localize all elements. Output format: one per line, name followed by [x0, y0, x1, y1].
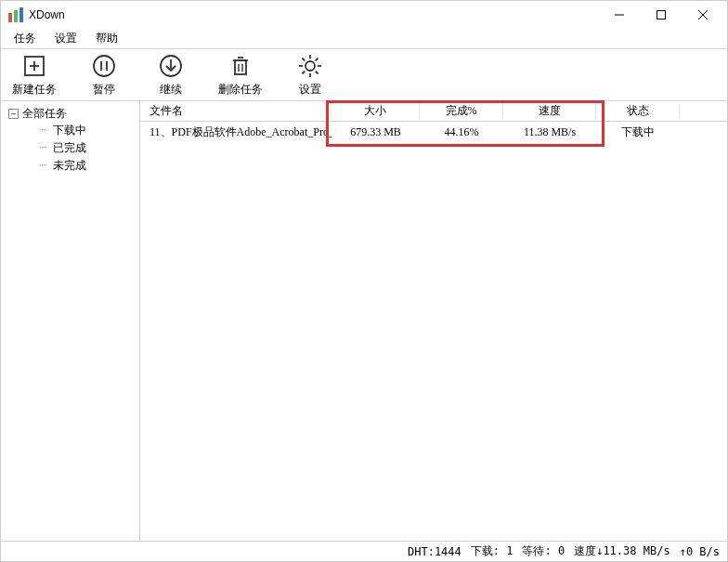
status-downloading: 下载: 1: [471, 543, 514, 559]
status-dht: DHT:1444: [408, 545, 462, 558]
cell-filename: 11、PDF极品软件Adobe_Acrobat_Pro_...: [146, 124, 332, 140]
tree-node-downloading[interactable]: ┈ 下载中: [34, 122, 137, 139]
settings-button[interactable]: 设置: [287, 50, 333, 99]
gear-icon: [296, 52, 324, 80]
svg-point-10: [94, 56, 114, 76]
delete-task-button[interactable]: 删除任务: [214, 50, 266, 99]
sidebar: −全部任务 ┈ 下载中 ┈ 已完成 ┈ 未完成: [1, 101, 140, 541]
svg-rect-1: [14, 10, 18, 22]
svg-line-26: [316, 72, 318, 74]
svg-rect-15: [235, 60, 246, 74]
menu-help[interactable]: 帮助: [86, 29, 127, 48]
resume-icon: [157, 52, 185, 80]
svg-line-25: [303, 59, 306, 61]
cell-size: 679.33 MB: [332, 125, 420, 139]
svg-rect-0: [8, 13, 12, 22]
app-icon: [8, 7, 23, 22]
menubar: 任务 设置 帮助: [1, 29, 727, 49]
minimize-button[interactable]: [598, 2, 640, 28]
pause-label: 暂停: [93, 82, 115, 98]
th-speed[interactable]: 速度: [503, 103, 596, 119]
svg-line-27: [316, 59, 318, 61]
status-up-speed: 0 B/s: [686, 545, 720, 558]
resume-label: 继续: [160, 82, 182, 98]
cell-speed: 11.38 MB/s: [503, 125, 596, 139]
tree-collapse-icon[interactable]: −: [8, 109, 19, 119]
svg-line-28: [303, 72, 306, 74]
new-task-button[interactable]: 新建任务: [8, 50, 60, 99]
window-controls: [598, 2, 723, 28]
status-up-group: ↑0 B/s: [680, 545, 720, 558]
th-state[interactable]: 状态: [596, 103, 680, 119]
maximize-button[interactable]: [640, 2, 682, 28]
svg-rect-4: [656, 11, 665, 20]
toolbar: 新建任务 暂停 继续 删除任务 设置: [1, 49, 727, 101]
th-percent[interactable]: 完成%: [420, 103, 503, 119]
status-speed-label: 速度: [574, 544, 596, 557]
settings-label: 设置: [299, 82, 321, 98]
cell-state: 下载中: [596, 124, 680, 140]
tree-node-completed[interactable]: ┈ 已完成: [34, 139, 137, 157]
trash-icon: [227, 52, 254, 80]
cell-percent: 44.16%: [420, 125, 503, 139]
svg-point-20: [306, 61, 315, 71]
table-row[interactable]: 11、PDF极品软件Adobe_Acrobat_Pro_... 679.33 M…: [140, 122, 727, 142]
statusbar: DHT:1444 下载: 1 等待: 0 速度↓11.38 MB/s ↑0 B/…: [1, 541, 727, 561]
pause-button[interactable]: 暂停: [81, 50, 127, 99]
window-title: XDown: [29, 8, 598, 21]
table-header: 文件名 大小 完成% 速度 状态: [140, 101, 727, 122]
status-waiting: 等待: 0: [522, 543, 565, 559]
th-size[interactable]: 大小: [332, 103, 420, 119]
pause-icon: [90, 52, 118, 80]
task-list: 文件名 大小 完成% 速度 状态 11、PDF极品软件Adobe_Acrobat…: [140, 101, 727, 541]
tree-root-all-tasks[interactable]: −全部任务 ┈ 下载中 ┈ 已完成 ┈ 未完成: [3, 105, 137, 176]
resume-button[interactable]: 继续: [148, 50, 194, 99]
th-filename[interactable]: 文件名: [146, 103, 332, 119]
svg-rect-2: [20, 7, 23, 22]
titlebar: XDown: [1, 1, 727, 29]
tree-root-label: 全部任务: [22, 107, 67, 120]
new-task-label: 新建任务: [12, 82, 57, 98]
tree-node-incomplete[interactable]: ┈ 未完成: [34, 157, 137, 175]
status-down-speed: 11.38 MB/s: [603, 544, 670, 557]
status-speed-group: 速度↓11.38 MB/s: [574, 543, 670, 559]
new-task-icon: [20, 52, 48, 80]
main-area: −全部任务 ┈ 下载中 ┈ 已完成 ┈ 未完成 文件名 大小 完成% 速度 状态…: [1, 101, 727, 541]
close-button[interactable]: [682, 2, 723, 28]
delete-label: 删除任务: [218, 82, 263, 98]
up-arrow-icon: ↑: [680, 545, 686, 558]
menu-settings[interactable]: 设置: [46, 29, 86, 48]
menu-tasks[interactable]: 任务: [5, 29, 46, 48]
